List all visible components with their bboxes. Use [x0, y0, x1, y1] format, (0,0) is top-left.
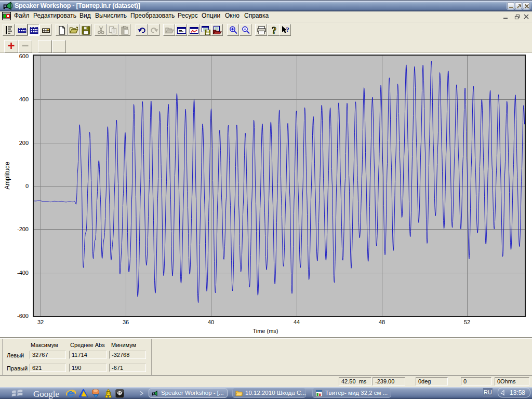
svg-text:?: ?	[272, 25, 276, 35]
svg-text:?: ?	[286, 25, 289, 33]
